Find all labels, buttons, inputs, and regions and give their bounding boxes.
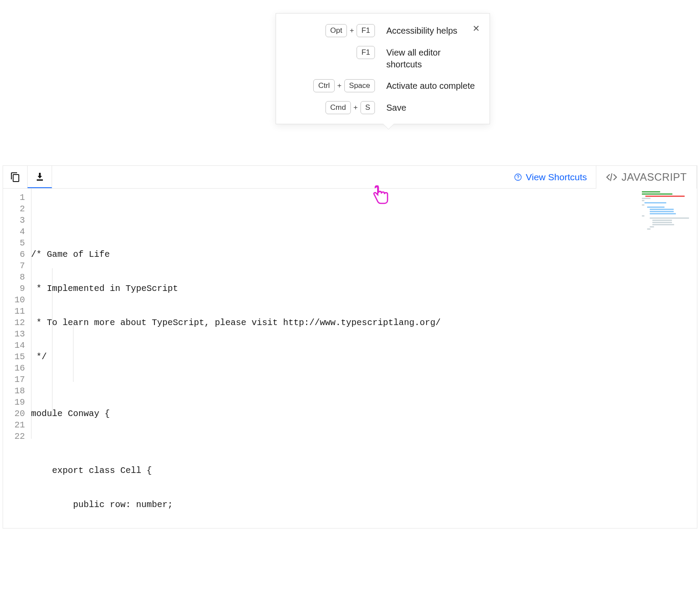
line-number: 15 (3, 351, 25, 363)
line-number: 5 (3, 238, 25, 249)
view-shortcuts-link[interactable]: View Shortcuts (505, 166, 596, 188)
line-number: 19 (3, 397, 25, 408)
line-number: 2 (3, 203, 25, 215)
shortcut-row: F1 View all editor shortcuts (287, 46, 478, 70)
code-icon (606, 172, 617, 183)
minimap[interactable] (642, 191, 694, 231)
code-line: /* Game of Life (31, 249, 697, 260)
shortcut-row: Cmd + S Save (287, 101, 478, 114)
key-plus: + (337, 81, 342, 90)
keycap: F1 (357, 24, 375, 37)
keycap: S (360, 101, 375, 114)
editor-toolbar: View Shortcuts JAVASCRIPT (3, 166, 697, 189)
line-gutter: 1 2 3 4 5 6 7 8 9 10 11 12 13 14 15 16 1… (3, 189, 31, 528)
line-number: 13 (3, 329, 25, 340)
language-label: JAVASCRIPT (622, 171, 687, 183)
code-line: * Implemented in TypeScript (31, 283, 697, 294)
view-shortcuts-label: View Shortcuts (526, 172, 587, 182)
shortcut-row: Ctrl + Space Activate auto complete (287, 79, 478, 92)
line-number: 16 (3, 363, 25, 374)
line-number: 18 (3, 385, 25, 397)
line-number: 22 (3, 431, 25, 442)
keycap: Cmd (326, 101, 351, 114)
keycap: Space (344, 79, 375, 92)
key-plus: + (350, 26, 354, 35)
shortcut-desc: Activate auto complete (386, 79, 478, 92)
line-number: 6 (3, 249, 25, 260)
line-number: 17 (3, 374, 25, 385)
line-number: 11 (3, 306, 25, 317)
line-number: 9 (3, 283, 25, 294)
line-number: 21 (3, 420, 25, 431)
keycap: Ctrl (313, 79, 334, 92)
shortcut-desc: View all editor shortcuts (386, 46, 478, 70)
key-plus: + (354, 103, 358, 112)
language-tab[interactable]: JAVASCRIPT (596, 165, 697, 189)
help-icon (514, 173, 522, 182)
code-editor: View Shortcuts JAVASCRIPT 1 2 3 4 5 6 7 … (3, 165, 697, 528)
code-line: * To learn more about TypeScript, please… (31, 317, 697, 329)
code-line: */ (31, 351, 697, 363)
line-number: 1 (3, 192, 25, 203)
svg-point-1 (518, 178, 518, 179)
line-number: 4 (3, 226, 25, 238)
line-number: 8 (3, 272, 25, 283)
shortcut-desc: Save (386, 101, 478, 114)
editor-body[interactable]: 1 2 3 4 5 6 7 8 9 10 11 12 13 14 15 16 1… (3, 189, 697, 528)
shortcut-row: Opt + F1 Accessibility helps (287, 24, 478, 37)
download-button[interactable] (28, 166, 52, 188)
line-number: 7 (3, 260, 25, 272)
pointer-cursor-icon (370, 184, 391, 208)
code-line: export class Cell { (31, 465, 697, 476)
close-icon[interactable]: ✕ (472, 23, 480, 34)
code-line: module Conway { (31, 408, 697, 420)
line-number: 10 (3, 294, 25, 306)
shortcut-desc: Accessibility helps (386, 24, 478, 37)
line-number: 14 (3, 340, 25, 351)
keycap: F1 (357, 46, 375, 59)
copy-button[interactable] (3, 166, 28, 188)
line-number: 3 (3, 215, 25, 226)
code-line: public row: number; (31, 499, 697, 511)
code-area[interactable]: /* Game of Life * Implemented in TypeScr… (31, 189, 697, 528)
shortcuts-popover: ✕ Opt + F1 Accessibility helps F1 View a… (276, 13, 490, 124)
line-number: 12 (3, 317, 25, 329)
line-number: 20 (3, 408, 25, 420)
keycap: Opt (326, 24, 347, 37)
